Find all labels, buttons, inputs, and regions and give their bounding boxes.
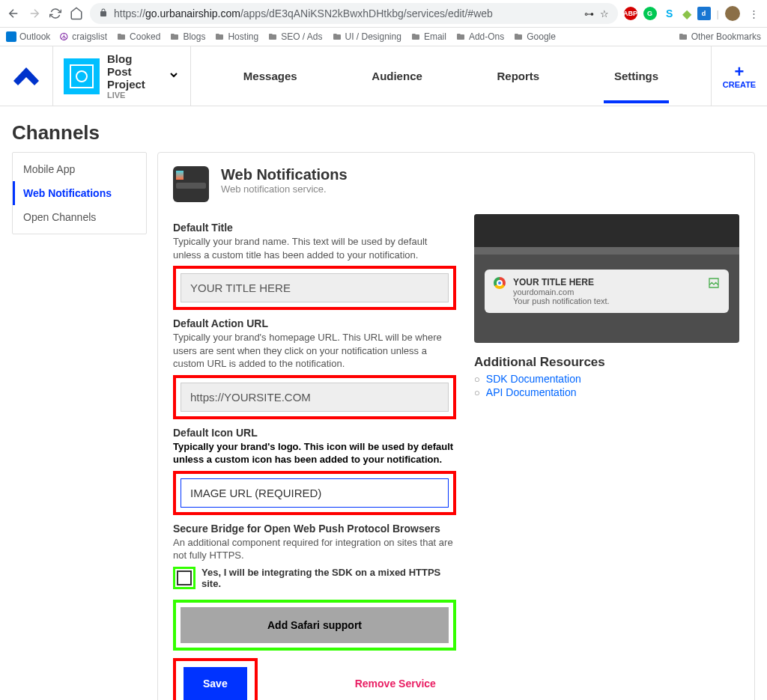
bookmark-google[interactable]: Google (513, 31, 556, 42)
lock-icon (99, 8, 108, 19)
sidebar-item-mobile[interactable]: Mobile App (13, 157, 146, 181)
grammarly-icon[interactable]: G (643, 7, 657, 20)
chrome-icon (494, 277, 506, 289)
highlight-url (173, 375, 456, 419)
create-button[interactable]: + CREATE (711, 46, 767, 106)
https-checkbox[interactable] (177, 570, 192, 585)
home-icon[interactable] (69, 6, 84, 21)
forward-icon[interactable] (27, 6, 42, 21)
bullet-icon: ○ (474, 374, 480, 385)
sidebar-item-open[interactable]: Open Channels (13, 205, 146, 229)
default-icon-label: Default Icon URL (173, 427, 456, 439)
panel-subtitle: Web notification service. (221, 183, 348, 195)
url-text: https://go.urbanairship.com/apps/dE3qANi… (114, 7, 578, 19)
highlight-icon (173, 471, 456, 515)
api-doc-link[interactable]: API Documentation (486, 386, 577, 398)
bookmark-craigslist[interactable]: ☮craigslist (59, 31, 107, 43)
https-checkbox-label: Yes, I will be integrating the SDK on a … (201, 567, 456, 589)
default-title-label: Default Title (173, 222, 456, 234)
plus-icon: + (735, 64, 745, 80)
tab-reports[interactable]: Reports (497, 49, 540, 103)
highlight-save: Save (173, 658, 258, 700)
panel-title: Web Notifications (221, 166, 348, 183)
menu-icon[interactable]: ⋮ (746, 6, 761, 21)
secure-bridge-label: Secure Bridge for Open Web Push Protocol… (173, 523, 456, 535)
default-title-input[interactable] (181, 273, 449, 302)
bullet-icon: ○ (474, 387, 480, 398)
default-icon-help: Typically your brand's logo. This icon w… (173, 440, 456, 466)
key-icon[interactable]: ⊶ (584, 8, 594, 19)
url-bar[interactable]: https://go.urbanairship.com/apps/dE3qANi… (90, 3, 618, 24)
ext-icon-5[interactable]: d (697, 7, 711, 20)
default-url-input[interactable] (181, 383, 449, 412)
browser-toolbar: https://go.urbanairship.com/apps/dE3qANi… (0, 0, 767, 28)
abp-icon[interactable]: ABP (624, 7, 637, 20)
star-icon[interactable]: ☆ (600, 8, 609, 19)
project-switcher[interactable]: BlogPostProject LIVE (52, 46, 191, 106)
resources-title: Additional Resources (474, 355, 739, 370)
secure-bridge-help: An additional component required for int… (173, 536, 456, 562)
bookmark-other[interactable]: Other Bookmarks (678, 31, 761, 42)
highlight-safari: Add Safari support (173, 600, 456, 651)
tab-messages[interactable]: Messages (243, 49, 297, 103)
bookmark-seo[interactable]: SEO / Ads (267, 31, 322, 42)
bookmark-hosting[interactable]: Hosting (214, 31, 258, 42)
app-header: BlogPostProject LIVE Messages Audience R… (0, 46, 767, 106)
notification-preview: YOUR TITLE HERE yourdomain.com Your push… (474, 214, 739, 343)
preview-title: YOUR TITLE HERE (513, 277, 700, 287)
bookmark-outlook[interactable]: Outlook (6, 31, 50, 42)
default-url-help: Typically your brand's homepage URL. Thi… (173, 331, 456, 371)
sdk-doc-link[interactable]: SDK Documentation (486, 373, 581, 385)
project-name: BlogPostProject (107, 52, 145, 91)
preview-domain: yourdomain.com (513, 287, 700, 296)
highlight-title (173, 266, 456, 310)
divider: | (717, 8, 719, 19)
bookmark-email[interactable]: Email (410, 31, 446, 42)
bookmarks-bar: Outlook ☮craigslist Cooked Blogs Hosting… (0, 28, 767, 46)
project-status: LIVE (107, 91, 145, 100)
reload-icon[interactable] (48, 6, 63, 21)
tab-audience[interactable]: Audience (372, 49, 422, 103)
sidebar-item-web[interactable]: Web Notifications (13, 181, 146, 205)
web-notifications-icon (173, 166, 209, 202)
tab-settings[interactable]: Settings (614, 49, 658, 103)
bookmark-ui[interactable]: UI / Designing (332, 31, 401, 42)
avatar[interactable] (725, 6, 740, 21)
create-label: CREATE (723, 80, 756, 89)
project-icon (64, 58, 100, 94)
page-title: Channels (0, 106, 767, 152)
save-button[interactable]: Save (184, 667, 247, 700)
back-icon[interactable] (6, 6, 21, 21)
notification-card: YOUR TITLE HERE yourdomain.com Your push… (485, 270, 729, 313)
preview-body: Your push notification text. (513, 296, 700, 305)
default-title-help: Typically your brand name. This text wil… (173, 235, 456, 261)
channels-sidebar: Mobile App Web Notifications Open Channe… (12, 152, 147, 234)
remove-service-link[interactable]: Remove Service (355, 678, 436, 690)
app-logo[interactable] (0, 46, 52, 106)
default-icon-input[interactable] (181, 478, 449, 508)
bookmark-addons[interactable]: Add-Ons (455, 31, 504, 42)
bookmark-blogs[interactable]: Blogs (169, 31, 205, 42)
ext-icon-4[interactable]: ◆ (682, 7, 691, 21)
default-url-label: Default Action URL (173, 317, 456, 329)
bookmark-cooked[interactable]: Cooked (116, 31, 160, 42)
nav-tabs: Messages Audience Reports Settings (191, 46, 711, 106)
highlight-checkbox (173, 567, 195, 589)
add-safari-button[interactable]: Add Safari support (181, 607, 449, 643)
skype-icon[interactable]: S (663, 7, 676, 20)
chevron-down-icon (168, 69, 180, 83)
broken-image-icon (708, 277, 720, 289)
settings-panel: Web Notifications Web notification servi… (157, 152, 755, 700)
